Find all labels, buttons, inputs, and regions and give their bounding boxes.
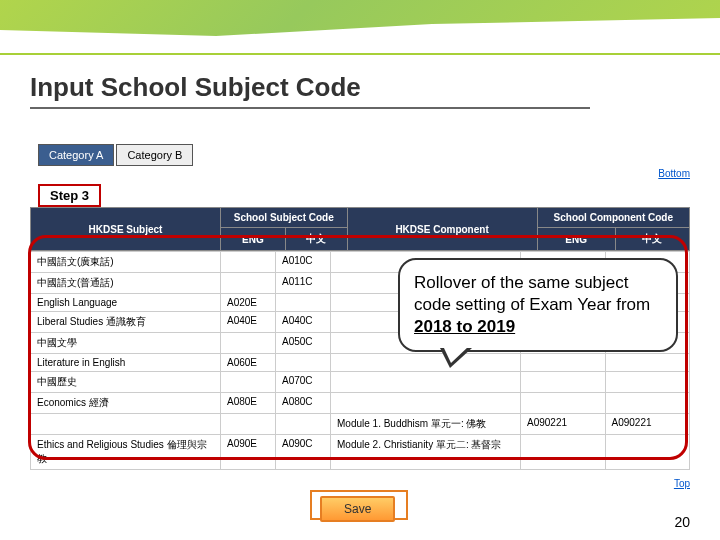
table-row: Literature in EnglishA060E (31, 354, 690, 372)
callout-text: Rollover of the same subject code settin… (414, 273, 650, 314)
page-title: Input School Subject Code (30, 72, 361, 103)
col-hkdse-component: HKDSE Component (347, 208, 537, 251)
col-eng-1: ENG (221, 228, 286, 251)
top-link[interactable]: Top (674, 478, 690, 489)
col-school-subject-code: School Subject Code (221, 208, 348, 228)
decorative-header-line (0, 0, 720, 55)
callout-tail-icon (440, 348, 472, 368)
table-row: 中國歷史A070C (31, 372, 690, 393)
table-row: Economics 經濟A080EA080C (31, 393, 690, 414)
callout-bubble: Rollover of the same subject code settin… (398, 258, 678, 352)
table-row: Module 1. Buddhism 單元一: 佛教A090221A090221 (31, 414, 690, 435)
step-label: Step 3 (38, 184, 101, 207)
col-school-component-code: School Component Code (537, 208, 689, 228)
bottom-link[interactable]: Bottom (658, 168, 690, 179)
callout-bold: 2018 to 2019 (414, 317, 515, 336)
page-number: 20 (674, 514, 690, 530)
save-button[interactable]: Save (320, 496, 395, 522)
col-chi-2: 中文 (615, 228, 689, 251)
tab-category-a[interactable]: Category A (38, 144, 114, 166)
col-hkdse-subject: HKDSE Subject (31, 208, 221, 251)
col-chi-1: 中文 (285, 228, 347, 251)
tab-category-b[interactable]: Category B (116, 144, 193, 166)
table-row: Ethics and Religious Studies 倫理與宗教A090EA… (31, 435, 690, 470)
category-tabs: Category A Category B (38, 144, 193, 166)
col-eng-2: ENG (537, 228, 615, 251)
